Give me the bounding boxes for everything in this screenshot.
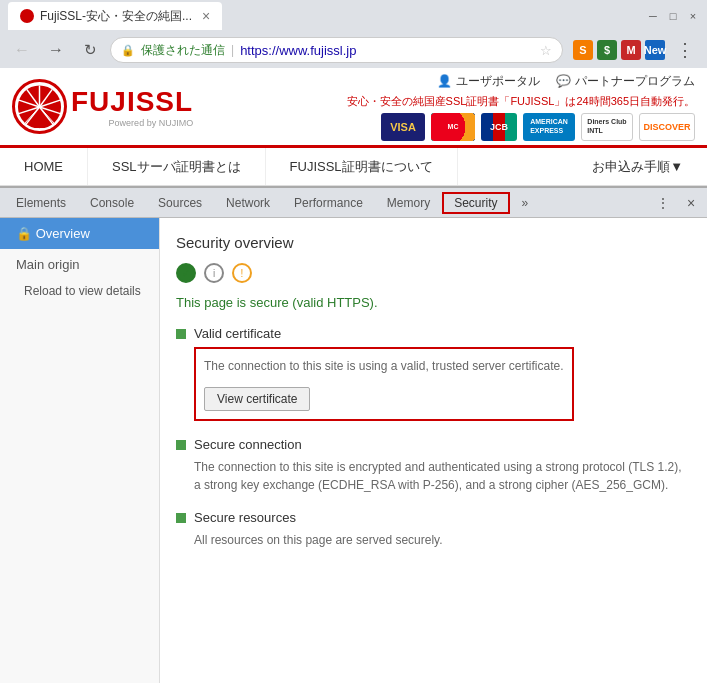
extension-icon-1[interactable]: S	[573, 40, 593, 60]
secure-resources-title: Secure resources	[194, 510, 296, 525]
reload-label-text: Reload to view details	[24, 284, 141, 298]
tab-performance[interactable]: Performance	[282, 192, 375, 214]
secure-resources-header: Secure resources	[176, 510, 691, 525]
secure-text: 保護された通信	[141, 42, 225, 59]
devtools-content: 🔒 Overview Main origin Reload to view de…	[0, 218, 707, 683]
browser-window: FujiSSL-安心・安全の純国... × ─ □ × ← → ↻ 🔒 保護され…	[0, 0, 707, 683]
user-icon: 👤	[437, 74, 452, 88]
secure-connection-section: Secure connection The connection to this…	[176, 437, 691, 494]
devtools-close-icon[interactable]: ×	[679, 191, 703, 215]
secure-connection-header: Secure connection	[176, 437, 691, 452]
valid-cert-text: The connection to this site is using a v…	[204, 357, 564, 375]
extension-icon-3[interactable]: M	[621, 40, 641, 60]
partner-label: パートナープログラム	[575, 73, 695, 90]
partner-program-link[interactable]: 💬 パートナープログラム	[556, 73, 695, 90]
minimize-button[interactable]: ─	[647, 10, 659, 22]
tab-elements[interactable]: Elements	[4, 192, 78, 214]
secure-resources-body: All resources on this page are served se…	[194, 531, 691, 549]
overview-lock-icon: 🔒	[16, 226, 36, 241]
tab-title: FujiSSL-安心・安全の純国...	[40, 8, 192, 25]
secure-connection-title: Secure connection	[194, 437, 302, 452]
payment-icons: VISA MC JCB AMERICANEXPRESS Diners ClubI…	[381, 113, 695, 141]
extension-icon-2[interactable]: $	[597, 40, 617, 60]
tab-network[interactable]: Network	[214, 192, 282, 214]
secure-resources-section: Secure resources All resources on this p…	[176, 510, 691, 549]
security-overview-title: Security overview	[176, 234, 691, 251]
sidebar-reload-label: Reload to view details	[0, 280, 159, 302]
nav-fujissl-about[interactable]: FUJISSL証明書について	[266, 148, 458, 185]
info-status-icon[interactable]: i	[204, 263, 224, 283]
brand-name: FUJISSL	[71, 86, 193, 118]
valid-cert-highlight-box: The connection to this site is using a v…	[194, 347, 574, 421]
devtools-main-panel: Security overview ✓ i ! This page is sec…	[160, 218, 707, 683]
main-origin-label: Main origin	[16, 257, 80, 272]
logo-svg	[15, 82, 64, 132]
amex-icon: AMERICANEXPRESS	[523, 113, 575, 141]
url-divider: |	[231, 43, 234, 57]
diners-club-icon: Diners ClubINTL	[581, 113, 633, 141]
window-controls: ─ □ ×	[647, 10, 699, 22]
close-button[interactable]: ×	[687, 10, 699, 22]
devtools-actions: ⋮ ×	[651, 191, 703, 215]
logo-circle	[12, 79, 67, 134]
sidebar-section-main-origin: Main origin	[0, 249, 159, 280]
devtools-panel: Elements Console Sources Network Perform…	[0, 186, 707, 683]
bookmark-icon[interactable]: ☆	[540, 43, 552, 58]
url-text: https://www.fujissl.jp	[240, 43, 356, 58]
title-bar: FujiSSL-安心・安全の純国... × ─ □ ×	[0, 0, 707, 32]
secure-connection-dot	[176, 440, 186, 450]
user-portal-label: ユーザポータル	[456, 73, 540, 90]
valid-cert-title: Valid certificate	[194, 326, 281, 341]
security-status-icons: ✓ i !	[176, 263, 691, 283]
chat-icon: 💬	[556, 74, 571, 88]
reload-button[interactable]: ↻	[76, 36, 104, 64]
valid-cert-section: Valid certificate The connection to this…	[176, 326, 691, 421]
address-bar: ← → ↻ 🔒 保護された通信 | https://www.fujissl.jp…	[0, 32, 707, 68]
tab-memory[interactable]: Memory	[375, 192, 442, 214]
devtools-sidebar: 🔒 Overview Main origin Reload to view de…	[0, 218, 160, 683]
view-certificate-button[interactable]: View certificate	[204, 387, 310, 411]
discover-icon: DISCOVER	[639, 113, 695, 141]
tab-sources[interactable]: Sources	[146, 192, 214, 214]
secure-resources-dot	[176, 513, 186, 523]
tab-close-button[interactable]: ×	[202, 8, 210, 24]
extension-icon-4[interactable]: New	[645, 40, 665, 60]
tab-security[interactable]: Security	[442, 192, 509, 214]
extensions-area: S $ M New	[573, 40, 665, 60]
back-button[interactable]: ←	[8, 36, 36, 64]
header-links: 👤 ユーザポータル 💬 パートナープログラム	[437, 73, 695, 90]
url-bar[interactable]: 🔒 保護された通信 | https://www.fujissl.jp ☆	[110, 37, 563, 63]
devtools-tab-bar: Elements Console Sources Network Perform…	[0, 188, 707, 218]
jcb-icon: JCB	[481, 113, 517, 141]
valid-cert-dot	[176, 329, 186, 339]
header-middle: 👤 ユーザポータル 💬 パートナープログラム 安心・安全の純国産SSL証明書「F…	[209, 73, 695, 141]
valid-cert-body: The connection to this site is using a v…	[194, 347, 691, 421]
visa-icon: VISA	[381, 113, 425, 141]
maximize-button[interactable]: □	[667, 10, 679, 22]
secure-connection-body: The connection to this site is encrypted…	[194, 458, 691, 494]
user-portal-link[interactable]: 👤 ユーザポータル	[437, 73, 540, 90]
nav-home[interactable]: HOME	[0, 148, 88, 185]
devtools-settings-icon[interactable]: ⋮	[651, 191, 675, 215]
sidebar-item-overview[interactable]: 🔒 Overview	[0, 218, 159, 249]
tagline: 安心・安全の純国産SSL証明書「FUJISSL」は24時間365日自動発行。	[347, 94, 695, 109]
chrome-menu-button[interactable]: ⋮	[671, 36, 699, 64]
logo-area: FUJISSL Powered by NUJIMO	[12, 79, 193, 134]
secure-status-text: This page is secure (valid HTTPS).	[176, 295, 691, 310]
tab-favicon	[20, 9, 34, 23]
browser-tab[interactable]: FujiSSL-安心・安全の純国... ×	[8, 2, 222, 30]
nav-ssl-about[interactable]: SSLサーバ証明書とは	[88, 148, 266, 185]
sidebar-overview-label: Overview	[36, 226, 90, 241]
secure-status-icon[interactable]: ✓	[176, 263, 196, 283]
warning-status-icon[interactable]: !	[232, 263, 252, 283]
nav-order[interactable]: お申込み手順▼	[568, 148, 707, 185]
tab-more[interactable]: »	[510, 192, 541, 214]
website-nav: HOME SSLサーバ証明書とは FUJISSL証明書について お申込み手順▼	[0, 148, 707, 186]
valid-cert-header: Valid certificate	[176, 326, 691, 341]
forward-button[interactable]: →	[42, 36, 70, 64]
secure-connection-text: The connection to this site is encrypted…	[194, 458, 691, 494]
logo-text-area: FUJISSL Powered by NUJIMO	[71, 86, 193, 128]
secure-resources-text: All resources on this page are served se…	[194, 531, 691, 549]
tab-console[interactable]: Console	[78, 192, 146, 214]
website-header: FUJISSL Powered by NUJIMO 👤 ユーザポータル 💬 パー…	[0, 68, 707, 148]
